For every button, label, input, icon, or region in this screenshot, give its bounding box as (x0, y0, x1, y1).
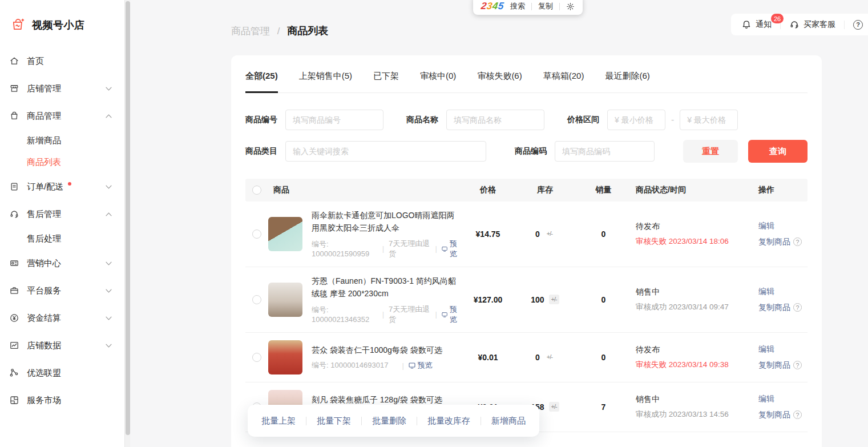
product-code-input[interactable] (555, 141, 655, 162)
batch-stock-button[interactable]: 批量改库存 (427, 416, 470, 426)
copy-product-link[interactable]: 复制商品 (758, 303, 790, 313)
review-status: 审核失败 2023/03/14 18:06 (636, 236, 753, 247)
category-input[interactable] (285, 141, 486, 162)
preview-link[interactable]: 预览 (442, 239, 462, 259)
edit-link[interactable]: 编辑 (758, 221, 774, 230)
stock-edit-button[interactable]: +/- (549, 295, 559, 304)
row-checkbox[interactable] (252, 229, 261, 239)
copy-product-link[interactable]: 复制商品 (758, 410, 790, 420)
table-header: 商品 价格 库存 销量 商品状态/时间 操作 (245, 179, 808, 202)
product-name-input[interactable] (446, 110, 544, 130)
sidebar-item-label: 资金结算 (27, 313, 61, 324)
help-icon[interactable]: ? (793, 237, 802, 246)
gear-icon[interactable] (566, 2, 575, 11)
product-id-input[interactable] (285, 110, 383, 130)
product-meta: 编号: 10000014693017 | 预览 (312, 360, 462, 371)
return-policy: 7天无理由退货 (389, 239, 430, 259)
sidebar-item-service-market[interactable]: 服务市场 (9, 386, 119, 414)
tab-on-sale[interactable]: 上架销售中(5) (299, 71, 352, 93)
scrollbar-thumb[interactable] (126, 1, 130, 435)
new-product-button[interactable]: 新增商品 (491, 416, 526, 426)
product-title[interactable]: 芳恩（Faunen）FN-T9003-1 简约风尚貂绒毯 摩登 200*230c… (312, 275, 462, 300)
column-header-product: 商品 (268, 185, 462, 195)
sidebar-item-orders-delivery[interactable]: 订单/配送 (9, 173, 119, 200)
extension-search-button[interactable]: 搜索 (510, 1, 525, 11)
notifications-button[interactable]: 通知 26 (741, 19, 772, 30)
filter-form: 商品编号 商品名称 价格区间 - 商品类目 商品编码 (245, 110, 808, 163)
stock-value: 0 (535, 229, 540, 239)
tab-review-failed[interactable]: 审核失败(6) (477, 71, 522, 93)
coupon-icon (9, 258, 19, 268)
sidebar-item-product-list[interactable]: 商品列表 (9, 151, 119, 173)
divider (559, 3, 560, 10)
help-icon[interactable]: ? (853, 20, 863, 30)
column-header-stock: 库存 (514, 185, 576, 195)
row-checkbox[interactable] (252, 353, 261, 362)
product-title[interactable]: 芸众 袋装杏仁干1000g每袋 袋数可选 (312, 344, 462, 356)
stock-edit-button[interactable]: +/- (544, 229, 555, 239)
help-icon[interactable]: ? (793, 361, 802, 369)
breadcrumb-parent[interactable]: 商品管理 (231, 26, 270, 37)
sidebar-item-platform-services[interactable]: 平台服务 (9, 277, 119, 304)
app-logo[interactable]: 视频号小店 (10, 17, 119, 33)
max-price-input[interactable] (680, 110, 738, 130)
preview-link[interactable]: 预览 (442, 304, 462, 325)
sidebar-item-affiliate-alliance[interactable]: 优选联盟 (9, 359, 119, 386)
tab-all[interactable]: 全部(25) (245, 71, 278, 93)
tab-recently-deleted[interactable]: 最近删除(6) (605, 71, 649, 93)
extension-copy-button[interactable]: 复制 (538, 1, 553, 11)
tab-delisted[interactable]: 已下架 (373, 71, 399, 93)
edit-link[interactable]: 编辑 (758, 394, 774, 403)
product-status: 待发布 (636, 345, 753, 355)
product-code-label: 商品编码 (515, 146, 547, 156)
stock-edit-button[interactable]: +/- (549, 402, 559, 412)
preview-icon (409, 362, 415, 369)
sidebar-item-new-product[interactable]: 新增商品 (9, 130, 119, 151)
product-id-filter: 商品编号 (245, 110, 383, 130)
help-icon[interactable]: ? (793, 410, 802, 419)
sidebar-item-shop-management[interactable]: 店铺管理 (9, 75, 119, 102)
bag-icon (9, 111, 19, 121)
batch-delete-button[interactable]: 批量删除 (372, 416, 406, 426)
tab-in-review[interactable]: 审核中(0) (420, 71, 456, 93)
product-meta: 编号: 10000021590959 | 7天无理由退货 | 预览 (312, 239, 462, 259)
product-title[interactable]: 刻凡 袋装焦糖瓜子 128g/袋 袋数可选 (312, 393, 462, 406)
sidebar-scrollbar (124, 0, 130, 447)
batch-delist-button[interactable]: 批量下架 (317, 416, 351, 426)
edit-link[interactable]: 编辑 (758, 287, 774, 296)
sidebar-item-aftersales-handling[interactable]: 售后处理 (9, 228, 119, 249)
tab-drafts[interactable]: 草稿箱(20) (543, 71, 584, 93)
min-price-input[interactable] (607, 110, 665, 130)
reset-button[interactable]: 重置 (683, 140, 738, 163)
search-button[interactable]: 查询 (748, 140, 808, 163)
buyer-service-button[interactable]: 买家客服 (789, 19, 835, 30)
stock-value: 0 (535, 353, 540, 362)
preview-link[interactable]: 预览 (409, 360, 433, 371)
sidebar-item-marketing-center[interactable]: 营销中心 (9, 249, 119, 277)
row-checkbox[interactable] (252, 295, 261, 304)
edit-link[interactable]: 编辑 (758, 344, 774, 353)
return-policy: 7天无理由退货 (389, 304, 430, 325)
sidebar-item-label: 优选联盟 (27, 368, 61, 378)
product-title[interactable] (312, 440, 462, 447)
network-icon (9, 368, 19, 378)
product-meta: 编号: 10000021346352 | 7天无理由退货 | 预览 (312, 304, 462, 325)
sales-value: 0 (576, 229, 631, 239)
sidebar-item-home[interactable]: 首页 (9, 47, 119, 75)
product-title[interactable]: 雨伞新款卡通创意可加LOGO晴雨遮阳两用黑胶太阳伞三折成人伞 (312, 209, 462, 235)
storefront-icon (9, 83, 19, 94)
table-row: 芸众 袋装杏仁干1000g每袋 袋数可选 编号: 10000014693017 … (245, 333, 808, 382)
topbar-actions: 通知 26 买家客服 ? (731, 14, 868, 35)
copy-product-link[interactable]: 复制商品 (758, 360, 790, 371)
sales-value: 0 (576, 295, 631, 304)
help-icon[interactable]: ? (793, 303, 802, 312)
sidebar-item-funds-settlement[interactable]: 资金结算 (9, 304, 119, 332)
divider (531, 3, 532, 10)
copy-product-link[interactable]: 复制商品 (758, 237, 790, 247)
sidebar-item-shop-data[interactable]: 店铺数据 (9, 332, 119, 359)
batch-list-button[interactable]: 批量上架 (261, 416, 296, 426)
sidebar-item-aftersales-management[interactable]: 售后管理 (9, 200, 119, 228)
stock-edit-button[interactable]: +/- (544, 352, 555, 362)
sidebar-item-product-management[interactable]: 商品管理 (9, 102, 119, 130)
select-all-checkbox[interactable] (252, 186, 261, 195)
